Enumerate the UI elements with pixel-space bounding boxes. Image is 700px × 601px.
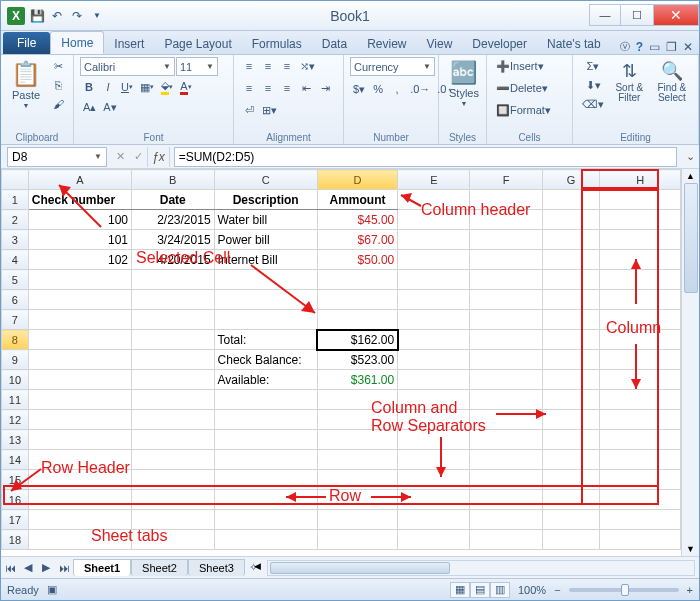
cell[interactable] (317, 470, 397, 490)
sort-filter-button[interactable]: ⇅ Sort & Filter (611, 57, 648, 106)
col-header-a[interactable]: A (28, 170, 131, 190)
cell[interactable] (542, 470, 600, 490)
row-header[interactable]: 6 (2, 290, 29, 310)
cell[interactable] (542, 190, 600, 210)
cell[interactable] (28, 410, 131, 430)
scroll-left-icon[interactable]: ◀ (254, 561, 261, 571)
row-header[interactable]: 7 (2, 310, 29, 330)
currency-button[interactable]: $▾ (350, 80, 368, 98)
italic-button[interactable]: I (99, 78, 117, 96)
col-header-d[interactable]: D (317, 170, 397, 190)
cell[interactable] (317, 310, 397, 330)
cell[interactable] (398, 310, 470, 330)
vertical-scrollbar[interactable]: ▲ ▼ (681, 169, 699, 556)
cell[interactable] (600, 190, 681, 210)
cell[interactable]: $67.00 (317, 230, 397, 250)
hscroll-thumb[interactable] (270, 562, 450, 574)
name-box[interactable]: D8 ▼ (7, 147, 107, 167)
cell[interactable] (28, 370, 131, 390)
scroll-thumb[interactable] (684, 183, 698, 293)
cell[interactable]: Internet Bill (214, 250, 317, 270)
row-header[interactable]: 11 (2, 390, 29, 410)
cell[interactable] (542, 290, 600, 310)
cell[interactable] (28, 350, 131, 370)
format-cells-button[interactable]: 🔲 Format ▾ (493, 101, 573, 119)
selected-cell[interactable]: $162.00 (317, 330, 397, 350)
cell[interactable] (132, 510, 215, 530)
cell[interactable] (542, 250, 600, 270)
row-header[interactable]: 14 (2, 450, 29, 470)
tab-insert[interactable]: Insert (104, 33, 154, 54)
row-header[interactable]: 17 (2, 510, 29, 530)
styles-button[interactable]: 🔤 Styles ▼ (445, 57, 483, 110)
cell[interactable]: $361.00 (317, 370, 397, 390)
cell[interactable] (470, 290, 542, 310)
tab-developer[interactable]: Developer (462, 33, 537, 54)
cell[interactable] (132, 490, 215, 510)
cell[interactable] (132, 270, 215, 290)
cell[interactable]: Ammount (317, 190, 397, 210)
col-header-f[interactable]: F (470, 170, 542, 190)
cell[interactable] (132, 290, 215, 310)
cell[interactable] (600, 230, 681, 250)
zoom-knob[interactable] (621, 584, 629, 596)
fill-color-button[interactable]: ⬙▾ (158, 78, 176, 96)
cell[interactable] (132, 330, 215, 350)
cell[interactable] (214, 290, 317, 310)
cell[interactable] (132, 410, 215, 430)
cell[interactable] (542, 310, 600, 330)
cell[interactable] (398, 450, 470, 470)
align-right-button[interactable]: ≡ (278, 79, 296, 97)
cell[interactable] (28, 490, 131, 510)
cut-button[interactable]: ✂ (49, 57, 67, 75)
cell[interactable] (398, 470, 470, 490)
align-center-button[interactable]: ≡ (259, 79, 277, 97)
sheet-tab-1[interactable]: Sheet1 (73, 559, 131, 576)
cell[interactable] (132, 430, 215, 450)
find-select-button[interactable]: 🔍 Find & Select (652, 57, 692, 106)
cell[interactable] (542, 490, 600, 510)
cell[interactable] (470, 230, 542, 250)
cell[interactable]: Power bill (214, 230, 317, 250)
sheet-tab-3[interactable]: Sheet3 (188, 559, 245, 576)
cell[interactable] (398, 250, 470, 270)
row-header[interactable]: 5 (2, 270, 29, 290)
zoom-slider[interactable] (569, 588, 679, 592)
copy-button[interactable]: ⎘ (49, 76, 67, 94)
cell[interactable] (470, 350, 542, 370)
cell[interactable] (214, 310, 317, 330)
cell[interactable] (28, 390, 131, 410)
cell[interactable] (317, 390, 397, 410)
help-icon[interactable]: ? (636, 40, 643, 54)
cell[interactable] (542, 350, 600, 370)
view-normal-button[interactable]: ▦ (450, 582, 470, 598)
row-header[interactable]: 8 (2, 330, 29, 350)
tab-file[interactable]: File (3, 32, 50, 54)
cell[interactable] (600, 510, 681, 530)
select-all-corner[interactable] (2, 170, 29, 190)
autosum-button[interactable]: Σ▾ (579, 57, 607, 75)
cell[interactable] (470, 470, 542, 490)
cell[interactable] (214, 470, 317, 490)
cell[interactable] (398, 230, 470, 250)
cell[interactable] (317, 270, 397, 290)
cell[interactable] (600, 330, 681, 350)
cell[interactable] (542, 330, 600, 350)
tab-view[interactable]: View (417, 33, 463, 54)
mdi-close-icon[interactable]: ✕ (683, 40, 693, 54)
cell[interactable] (600, 430, 681, 450)
cell[interactable] (600, 490, 681, 510)
row-header[interactable]: 15 (2, 470, 29, 490)
increase-indent-button[interactable]: ⇥ (316, 79, 334, 97)
cell[interactable] (398, 190, 470, 210)
increase-decimal-button[interactable]: .0→ (407, 80, 433, 98)
cell[interactable] (214, 410, 317, 430)
cell[interactable] (542, 430, 600, 450)
align-bottom-button[interactable]: ≡ (278, 57, 296, 75)
cell[interactable]: 100 (28, 210, 131, 230)
cancel-icon[interactable]: ✕ (111, 148, 129, 166)
cell[interactable]: Date (132, 190, 215, 210)
cell[interactable] (542, 370, 600, 390)
mdi-restore-icon[interactable]: ❐ (666, 40, 677, 54)
align-middle-button[interactable]: ≡ (259, 57, 277, 75)
